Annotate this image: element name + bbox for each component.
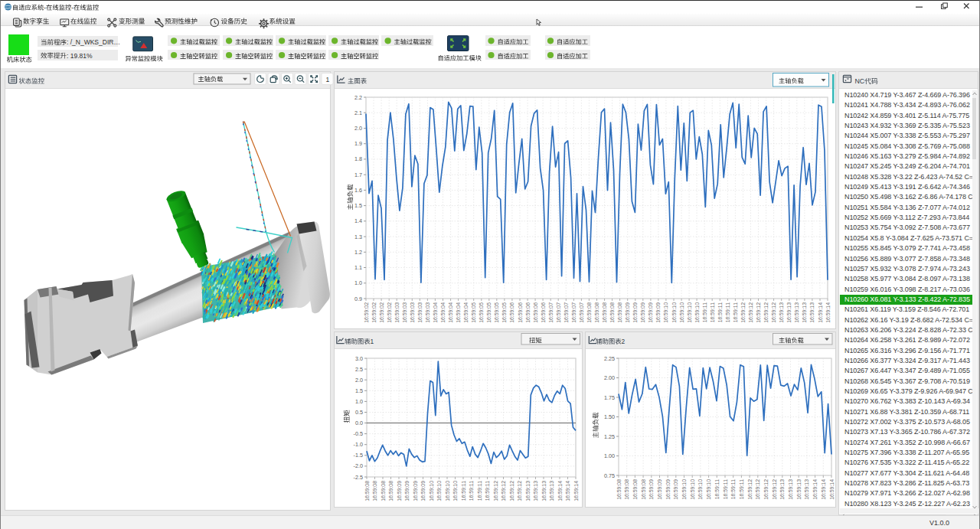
svg-text:16:59:03: 16:59:03: [424, 302, 430, 323]
svg-text:16:59:12: 16:59:12: [763, 302, 769, 323]
svg-text:16:59:05: 16:59:05: [501, 302, 507, 323]
svg-text:16:59:08: 16:59:08: [616, 479, 621, 500]
svg-text:16:59:14: 16:59:14: [820, 479, 825, 500]
svg-text:0.0: 0.0: [355, 420, 363, 426]
svg-text:16:59:13: 16:59:13: [779, 302, 784, 323]
svg-text:16:59:11: 16:59:11: [724, 302, 730, 322]
svg-text:16:59:14: 16:59:14: [817, 302, 822, 323]
svg-text:16:59:09: 16:59:09: [657, 479, 662, 500]
svg-text:16:59:05: 16:59:05: [494, 302, 499, 323]
svg-text:2.5: 2.5: [355, 366, 363, 373]
svg-text:16:59:09: 16:59:09: [625, 302, 630, 323]
svg-text:1.3: 1.3: [354, 233, 362, 240]
svg-text:16:59:13: 16:59:13: [794, 302, 799, 323]
svg-text:2.25: 2.25: [604, 355, 615, 362]
svg-text:16:59:14: 16:59:14: [828, 479, 834, 500]
svg-text:16:59:10: 16:59:10: [428, 481, 433, 501]
svg-text:16:59:09: 16:59:09: [420, 481, 426, 501]
svg-text:0.75: 0.75: [604, 472, 615, 479]
svg-text:16:59:13: 16:59:13: [795, 479, 801, 500]
svg-text:16:59:13: 16:59:13: [802, 302, 807, 323]
svg-text:16:59:09: 16:59:09: [640, 302, 645, 323]
svg-text:16:59:03: 16:59:03: [409, 302, 414, 323]
svg-text:16:59:09: 16:59:09: [665, 479, 670, 500]
svg-text:16:59:09: 16:59:09: [655, 302, 661, 323]
svg-text:16:59:13: 16:59:13: [804, 479, 809, 500]
svg-text:16:59:12: 16:59:12: [740, 302, 746, 323]
svg-text:16:59:03: 16:59:03: [416, 302, 422, 323]
svg-text:16:59:11: 16:59:11: [485, 481, 490, 501]
svg-text:16:59:12: 16:59:12: [756, 302, 761, 323]
svg-text:16:59:12: 16:59:12: [771, 479, 776, 500]
svg-text:3.0: 3.0: [355, 355, 363, 362]
svg-text:16:59:10: 16:59:10: [686, 302, 691, 323]
svg-text:16:59:07: 16:59:07: [555, 302, 560, 323]
svg-text:-2.0: -2.0: [353, 462, 362, 469]
svg-text:16:59:11: 16:59:11: [717, 302, 722, 322]
svg-text:2.00: 2.00: [604, 374, 615, 381]
svg-text:16:59:04: 16:59:04: [440, 302, 446, 323]
svg-text:16:59:11: 16:59:11: [714, 479, 719, 499]
svg-text:16:59:06: 16:59:06: [532, 302, 537, 323]
svg-text:16:59:14: 16:59:14: [557, 481, 562, 501]
svg-text:0.5: 0.5: [355, 409, 363, 416]
svg-text:1.0: 1.0: [354, 279, 362, 286]
svg-text:2.2: 2.2: [354, 94, 362, 101]
svg-text:16:59:12: 16:59:12: [771, 302, 776, 323]
svg-text:16:59:10: 16:59:10: [452, 481, 458, 501]
svg-text:16:59:11: 16:59:11: [730, 479, 736, 499]
svg-text:16:59:06: 16:59:06: [509, 302, 514, 323]
svg-text:16:59:10: 16:59:10: [678, 302, 684, 323]
svg-text:-0.5: -0.5: [353, 430, 362, 437]
svg-text:1.9: 1.9: [354, 140, 362, 147]
svg-text:16:59:10: 16:59:10: [694, 302, 699, 323]
svg-text:16:59:13: 16:59:13: [549, 481, 554, 501]
svg-text:16:59:08: 16:59:08: [640, 479, 645, 500]
svg-text:16:59:12: 16:59:12: [755, 479, 760, 500]
svg-text:-2.5: -2.5: [353, 474, 362, 481]
svg-text:16:59:11: 16:59:11: [476, 481, 482, 501]
svg-text:16:59:10: 16:59:10: [663, 302, 668, 323]
svg-text:16:59:08: 16:59:08: [617, 302, 622, 323]
svg-text:16:59:05: 16:59:05: [479, 302, 484, 323]
svg-text:16:59:02: 16:59:02: [386, 302, 391, 323]
svg-text:16:59:12: 16:59:12: [746, 479, 752, 500]
svg-text:16:59:14: 16:59:14: [573, 481, 578, 501]
svg-text:16:59:08: 16:59:08: [380, 481, 385, 501]
svg-text:16:59:06: 16:59:06: [517, 302, 522, 323]
svg-text:2.0: 2.0: [355, 377, 363, 384]
svg-text:16:59:11: 16:59:11: [722, 479, 727, 499]
svg-text:1.75: 1.75: [604, 394, 615, 401]
svg-text:1.6: 1.6: [354, 187, 362, 194]
svg-text:16:59:05: 16:59:05: [471, 302, 476, 323]
svg-text:16:59:08: 16:59:08: [594, 302, 599, 323]
svg-text:16:59:08: 16:59:08: [624, 479, 629, 500]
svg-text:1.00: 1.00: [604, 452, 615, 459]
svg-text:16:59:06: 16:59:06: [524, 302, 530, 323]
svg-text:16:59:10: 16:59:10: [436, 481, 442, 501]
svg-text:16:59:04: 16:59:04: [463, 302, 469, 323]
svg-text:16:59:12: 16:59:12: [748, 302, 753, 323]
svg-text:16:59:12: 16:59:12: [763, 479, 769, 500]
svg-text:16:59:13: 16:59:13: [788, 479, 793, 500]
svg-text:16:59:12: 16:59:12: [517, 481, 522, 501]
svg-text:16:59:13: 16:59:13: [786, 302, 792, 323]
svg-text:1.2: 1.2: [354, 249, 362, 256]
svg-text:16:59:07: 16:59:07: [578, 302, 583, 323]
svg-text:16:59:09: 16:59:09: [404, 481, 410, 501]
svg-text:16:59:08: 16:59:08: [632, 479, 637, 500]
svg-text:16:59:03: 16:59:03: [401, 302, 407, 323]
svg-text:16:59:11: 16:59:11: [738, 479, 743, 499]
svg-text:16:59:09: 16:59:09: [396, 481, 401, 501]
svg-text:16:59:11: 16:59:11: [469, 481, 474, 501]
svg-text:1.4: 1.4: [354, 217, 362, 224]
svg-text:16:59:02: 16:59:02: [378, 302, 384, 323]
svg-text:16:59:07: 16:59:07: [547, 302, 553, 323]
svg-text:16:59:08: 16:59:08: [364, 481, 369, 501]
svg-text:16:59:12: 16:59:12: [508, 481, 514, 501]
svg-text:16:59:14: 16:59:14: [825, 302, 830, 323]
svg-text:16:59:13: 16:59:13: [541, 481, 546, 501]
svg-text:0.9: 0.9: [354, 296, 362, 302]
svg-text:16:59:10: 16:59:10: [671, 302, 676, 323]
svg-text:-1.5: -1.5: [353, 452, 362, 459]
